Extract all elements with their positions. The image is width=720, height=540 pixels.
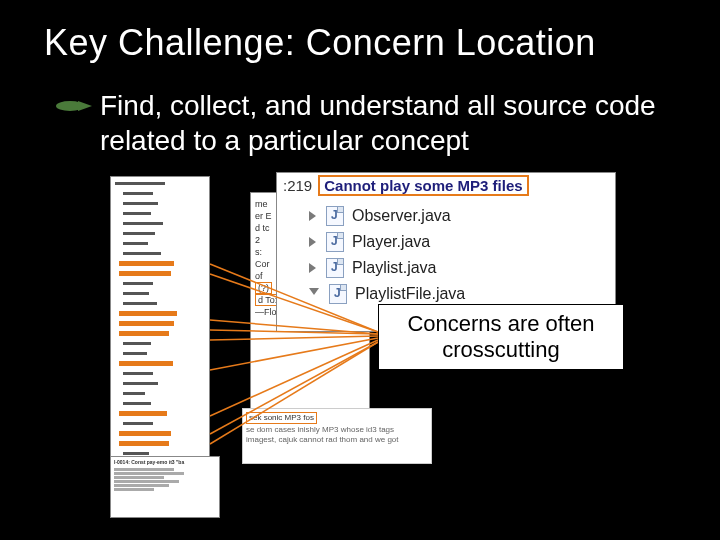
file-name: Player.java	[352, 233, 430, 251]
detail-panel: I-0014: Const pay-emo it3 "ba	[110, 456, 220, 518]
blur-highlight: sek sonic MP3 fos	[246, 412, 317, 424]
callout-text: Concerns are often crosscutting	[387, 311, 615, 364]
file-row: Player.java	[309, 229, 465, 255]
file-row: Playlist.java	[309, 255, 465, 281]
bullet-text: Find, collect, and understand all source…	[100, 88, 680, 158]
illustration-area: I-0014: Const pay-emo it3 "ba me er E d …	[110, 172, 640, 522]
java-file-icon	[329, 284, 347, 304]
file-list: Observer.java Player.java Playlist.java …	[309, 203, 465, 307]
java-file-icon	[326, 232, 344, 252]
java-file-icon	[326, 206, 344, 226]
bug-title: Cannot play some MP3 files	[318, 175, 528, 196]
bullet-item: Find, collect, and understand all source…	[56, 88, 680, 158]
expand-open-icon	[309, 288, 319, 300]
bullet-arrow-icon	[56, 98, 92, 114]
bug-id: :219	[283, 177, 312, 194]
expand-icon	[309, 211, 316, 221]
file-name: Playlist.java	[352, 259, 436, 277]
expand-icon	[309, 237, 316, 247]
blur-text-panel: sek sonic MP3 fos se dom cases inishly M…	[242, 408, 432, 464]
slide: Key Challenge: Concern Location Find, co…	[0, 0, 720, 540]
blur-line: imagest, cajuk cannot rad thom and we go…	[246, 435, 399, 444]
file-name: PlaylistFile.java	[355, 285, 465, 303]
detail-panel-title: I-0014: Const pay-emo it3 "ba	[111, 457, 219, 467]
slide-title: Key Challenge: Concern Location	[44, 22, 700, 64]
file-row: Observer.java	[309, 203, 465, 229]
bug-header: :219 Cannot play some MP3 files	[277, 173, 615, 197]
file-name: Observer.java	[352, 207, 451, 225]
expand-icon	[309, 263, 316, 273]
blur-line: se dom cases inishly MP3 whose id3 tags	[246, 425, 394, 434]
java-file-icon	[326, 258, 344, 278]
callout-box: Concerns are often crosscutting	[378, 304, 624, 370]
